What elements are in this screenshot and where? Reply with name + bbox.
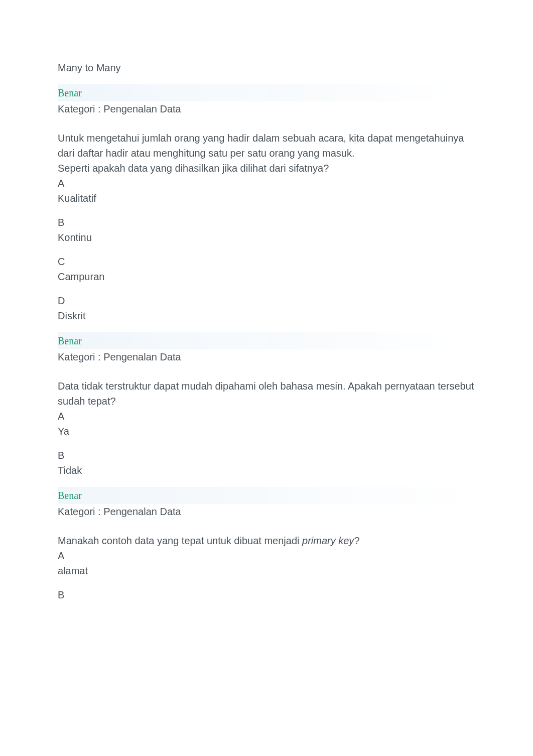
option-letter: B <box>58 587 475 602</box>
q3-option-b[interactable]: B Tidak <box>58 448 475 478</box>
q2-category: Kategori : Pengenalan Data <box>58 349 475 364</box>
option-label: Kualitatif <box>58 191 475 206</box>
q2-option-b[interactable]: B Kontinu <box>58 215 475 245</box>
q3-category: Kategori : Pengenalan Data <box>58 504 475 519</box>
option-label: Tidak <box>58 463 475 478</box>
option-letter: B <box>58 448 475 463</box>
q4-line1-italic: primary key <box>302 535 354 546</box>
option-label: Ya <box>58 424 475 439</box>
q3-status: Benar <box>58 487 475 504</box>
option-label: Kontinu <box>58 230 475 245</box>
q4-option-a[interactable]: A alamat <box>58 548 475 578</box>
q4-line1-pre: Manakah contoh data yang tepat untuk dib… <box>58 535 302 546</box>
q2-option-d[interactable]: D Diskrit <box>58 293 475 323</box>
option-label: Campuran <box>58 269 475 284</box>
q2-option-a[interactable]: A Kualitatif <box>58 176 475 206</box>
option-letter: C <box>58 254 475 269</box>
q3-line1: Data tidak terstruktur dapat mudah dipah… <box>58 379 475 409</box>
q1-status: Benar <box>58 84 475 101</box>
q2-option-c[interactable]: C Campuran <box>58 254 475 284</box>
option-letter: A <box>58 176 475 191</box>
option-letter: A <box>58 409 475 424</box>
q2-line2: Seperti apakah data yang dihasilkan jika… <box>58 161 475 176</box>
option-letter: A <box>58 548 475 563</box>
q1-category: Kategori : Pengenalan Data <box>58 101 475 116</box>
option-letter: D <box>58 293 475 308</box>
q4-line1-post: ? <box>354 535 359 546</box>
option-label: alamat <box>58 563 475 578</box>
q1-visible-option: Many to Many <box>58 60 475 75</box>
q4-line1: Manakah contoh data yang tepat untuk dib… <box>58 533 475 548</box>
q2-line1: Untuk mengetahui jumlah orang yang hadir… <box>58 131 475 161</box>
option-letter: B <box>58 215 475 230</box>
q2-status: Benar <box>58 332 475 349</box>
q3-option-a[interactable]: A Ya <box>58 409 475 439</box>
q4-option-b[interactable]: B <box>58 587 475 602</box>
option-label: Diskrit <box>58 308 475 323</box>
